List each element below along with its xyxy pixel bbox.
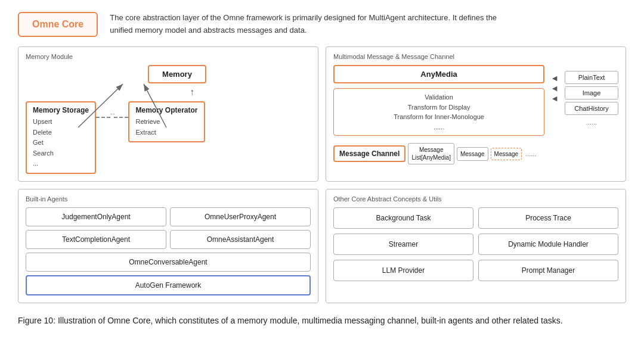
built-in-agents-section: Built-in Agents JudgementOnlyAgent OmneU… [18, 189, 318, 303]
chathistory-box: ChatHistory [565, 102, 618, 115]
multi-arrows: ◄◄◄ [550, 73, 559, 103]
diagram-grid: Memory Module Memory ↑ Memory Storage Up… [18, 46, 626, 303]
memory-storage-items: UpsertDeleteGetSearch... [33, 117, 89, 169]
agents-inner: JudgementOnlyAgent OmneUserProxyAgent Te… [26, 207, 311, 295]
message-channel-row: Message Channel MessageList[AnyMedia] Me… [333, 143, 544, 164]
any-media-dots: ...... [434, 123, 444, 130]
mc-item-1: MessageList[AnyMedia] [408, 143, 454, 164]
mc-dots: ...... [524, 149, 537, 158]
streamer-box: Streamer [333, 234, 473, 255]
memory-operator-items: RetrieveExtract [135, 117, 197, 138]
image-box: Image [565, 86, 618, 99]
dashed-connector2 [114, 117, 128, 118]
memory-operator-title: Memory Opterator [135, 106, 197, 114]
arrow-area: ◄◄◄ [550, 65, 559, 103]
omne-core-box: Omne Core [18, 12, 98, 37]
memory-module-inner: Memory ↑ Memory Storage UpsertDeleteGetS… [26, 65, 311, 174]
multimodal-inner: AnyMedia Validation Transform for Displa… [333, 65, 618, 164]
agents-grid: JudgementOnlyAgent OmneUserProxyAgent Te… [26, 207, 311, 295]
dynamic-module-box: Dynamic Module Handler [478, 234, 618, 255]
built-in-agents-label: Built-in Agents [26, 195, 311, 203]
agent-assistant: OmneAssistantAgent [170, 230, 311, 249]
agent-proxy: OmneUserProxyAgent [170, 207, 311, 226]
multimodal-section: Multimodal Message & Message Channel Any… [326, 46, 626, 182]
header-area: Omne Core The core abstraction layer of … [18, 12, 626, 37]
llm-provider-box: LLM Provider [333, 260, 473, 281]
message-channel-label: Message Channel [333, 145, 405, 162]
mc-item-2: Message [457, 147, 488, 161]
multimodal-right: PlainText Image ChatHistory ...... [565, 71, 618, 127]
arrow-up-icon: ↑ [190, 87, 194, 98]
other-core-section: Other Core Abstract Concepts & Utils Bac… [326, 189, 626, 303]
figure-caption: Figure 10: Illustration of Omne Core, wh… [18, 314, 626, 327]
agent-judgement: JudgementOnlyAgent [26, 207, 166, 226]
any-media-line1: Validation [425, 94, 453, 101]
agent-textcompletion: TextCompletionAgent [26, 230, 166, 249]
autogen-box: AutoGen Framework [26, 275, 311, 295]
memory-module-label: Memory Module [26, 53, 311, 60]
right-dots: ...... [565, 117, 618, 127]
multimodal-label: Multimodal Message & Message Channel [333, 53, 618, 60]
mc-item-3: Message [491, 148, 522, 160]
other-core-label: Other Core Abstract Concepts & Utils [333, 195, 618, 203]
memory-storage-box: Memory Storage UpsertDeleteGetSearch... [26, 101, 96, 174]
memory-operator-box: Memory Opterator RetrieveExtract [128, 101, 205, 142]
memory-box: Memory [148, 65, 206, 83]
plaintext-box: PlainText [565, 71, 618, 84]
any-media-line2: Transform for Display [408, 104, 470, 111]
header-description: The core abstraction layer of the Omne f… [110, 12, 515, 37]
agent-conversable: OmneConversableAgent [26, 253, 311, 272]
any-media-box: AnyMedia [333, 65, 544, 83]
any-media-sub: Validation Transform for Display Transfo… [333, 88, 544, 136]
other-core-inner: Background Task Process Trace Streamer D… [333, 207, 618, 281]
prompt-manager-box: Prompt Manager [478, 260, 618, 281]
multimodal-left: AnyMedia Validation Transform for Displa… [333, 65, 544, 164]
process-trace-box: Process Trace [478, 207, 618, 229]
memory-storage-title: Memory Storage [33, 106, 89, 114]
any-media-line3: Transform for Inner-Monologue [394, 113, 484, 120]
background-task-box: Background Task [333, 207, 473, 229]
memory-module-section: Memory Module Memory ↑ Memory Storage Up… [18, 46, 318, 182]
dashed-connector [96, 117, 110, 118]
